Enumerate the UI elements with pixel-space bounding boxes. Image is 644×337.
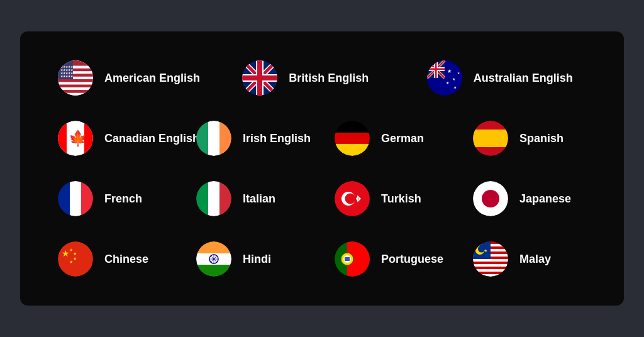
lang-label-japanese: Japanese [519, 192, 571, 206]
flag-portuguese [335, 241, 370, 277]
lang-american-english[interactable]: ★★★★★★ ★★★★★ ★★★★★★ ★★★★★ American Engli… [45, 50, 230, 106]
svg-rect-62 [473, 130, 508, 147]
lang-label-german: German [381, 132, 424, 145]
lang-irish-english[interactable]: Irish English [184, 111, 322, 166]
svg-point-74 [345, 194, 356, 204]
lang-french[interactable]: French [45, 171, 184, 226]
flag-japanese [473, 181, 508, 216]
svg-text:★: ★ [73, 251, 77, 256]
lang-italian[interactable]: Italian [184, 171, 322, 226]
lang-label-turkish: Turkish [381, 192, 421, 206]
svg-rect-66 [81, 181, 93, 216]
svg-rect-112 [473, 259, 508, 262]
lang-label-british-english: British English [289, 72, 369, 85]
svg-rect-57 [335, 121, 370, 133]
flag-australian-english: ★ ★ ★ ★ ★ [427, 60, 462, 96]
svg-rect-88 [196, 241, 231, 253]
flag-hindi [196, 241, 231, 277]
flag-spanish [473, 121, 508, 156]
language-row-3: ★ ★ ★ ★ ★ Chinese [45, 231, 599, 287]
flag-canadian-english: 🍁 [58, 121, 93, 156]
svg-rect-30 [242, 75, 277, 80]
flag-malay: ★ [473, 241, 508, 277]
svg-text:★: ★ [453, 86, 457, 89]
svg-rect-64 [58, 181, 70, 216]
lang-canadian-english[interactable]: 🍁 Canadian English [45, 111, 184, 166]
svg-rect-116 [473, 269, 508, 272]
flag-turkish [335, 181, 370, 216]
lang-hindi[interactable]: Hindi [184, 231, 322, 287]
lang-australian-english[interactable]: ★ ★ ★ ★ ★ Australian English [414, 50, 599, 106]
lang-label-malay: Malay [519, 253, 551, 266]
flag-chinese: ★ ★ ★ ★ ★ [58, 241, 93, 277]
svg-rect-70 [219, 181, 231, 216]
lang-chinese[interactable]: ★ ★ ★ ★ ★ Chinese [45, 231, 184, 287]
svg-rect-90 [196, 265, 231, 277]
lang-spanish[interactable]: Spanish [460, 111, 599, 166]
lang-british-english[interactable]: British English [230, 50, 414, 106]
svg-rect-102 [345, 257, 350, 261]
lang-label-spanish: Spanish [519, 132, 564, 145]
svg-rect-69 [208, 181, 219, 216]
flag-german [335, 121, 370, 156]
svg-rect-117 [473, 272, 508, 274]
lang-japanese[interactable]: Japanese [460, 171, 599, 226]
svg-text:★: ★ [69, 260, 73, 264]
lang-label-french: French [104, 192, 142, 206]
svg-rect-49 [58, 121, 67, 156]
flag-french [58, 181, 93, 216]
svg-rect-54 [208, 121, 219, 156]
lang-malay[interactable]: ★ Malay [460, 231, 599, 287]
lang-label-american-english: American English [104, 72, 200, 85]
svg-text:★: ★ [484, 248, 487, 253]
svg-text:🍁: 🍁 [69, 129, 87, 147]
svg-text:★: ★ [446, 81, 449, 85]
svg-text:★: ★ [452, 77, 455, 81]
flag-italian [196, 181, 231, 216]
language-row-1: 🍁 Canadian English Irish English [45, 111, 599, 166]
lang-label-chinese: Chinese [104, 253, 148, 266]
svg-rect-59 [335, 144, 370, 156]
svg-rect-53 [196, 121, 208, 156]
svg-rect-115 [473, 267, 508, 269]
lang-portuguese[interactable]: Portuguese [322, 231, 460, 287]
svg-point-79 [482, 190, 499, 207]
svg-rect-20 [58, 60, 93, 96]
lang-label-australian-english: Australian English [474, 72, 573, 85]
lang-label-hindi: Hindi [243, 253, 271, 266]
lang-turkish[interactable]: Turkish [322, 171, 460, 226]
svg-text:★: ★ [447, 69, 452, 74]
lang-label-italian: Italian [243, 192, 275, 206]
language-row-2: French Italian [45, 171, 599, 226]
lang-german[interactable]: German [322, 111, 460, 166]
svg-text:★: ★ [73, 257, 77, 261]
svg-rect-41 [427, 69, 445, 70]
svg-rect-113 [473, 262, 508, 264]
language-row-0: ★★★★★★ ★★★★★ ★★★★★★ ★★★★★ American Engli… [45, 50, 599, 106]
svg-rect-65 [70, 181, 81, 216]
svg-rect-68 [196, 181, 208, 216]
svg-rect-118 [473, 274, 508, 277]
flag-american-english: ★★★★★★ ★★★★★ ★★★★★★ ★★★★★ [58, 60, 93, 96]
flag-irish-english [196, 121, 231, 156]
lang-label-portuguese: Portuguese [381, 253, 443, 266]
lang-label-irish-english: Irish English [243, 132, 311, 145]
svg-rect-114 [473, 264, 508, 267]
svg-rect-58 [335, 133, 370, 145]
svg-rect-55 [219, 121, 231, 156]
language-grid: ★★★★★★ ★★★★★ ★★★★★★ ★★★★★ American Engli… [20, 31, 624, 306]
flag-british-english [242, 60, 277, 96]
